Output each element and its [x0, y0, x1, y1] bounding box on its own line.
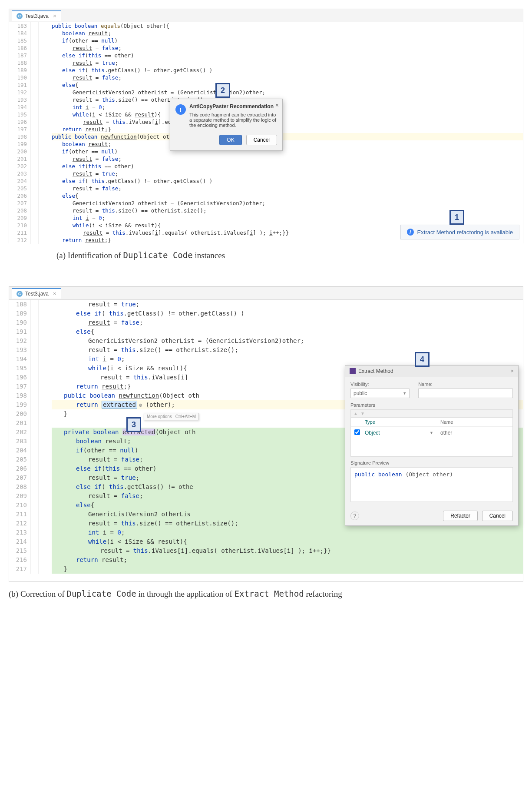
param-name: other	[437, 428, 512, 438]
java-class-icon: C	[17, 291, 23, 297]
callout-4-label: 4	[420, 355, 424, 364]
callout-2-label: 2	[221, 86, 225, 95]
param-type: Object	[365, 430, 380, 436]
ide-window-b: C Test3.java × 1881891901911921931941951…	[9, 286, 523, 582]
name-header: Name	[437, 418, 512, 426]
ok-button[interactable]: OK	[219, 135, 241, 145]
type-header: Type	[361, 418, 437, 426]
intellij-icon	[350, 368, 356, 374]
param-checkbox[interactable]	[354, 429, 360, 435]
extract-dialog-title: Extract Method	[358, 368, 393, 374]
more-options-popup[interactable]: More options Ctrl+Alt+M	[144, 413, 199, 420]
dialog-title: AntiCopyPaster Recommendation	[189, 103, 274, 110]
more-options-shortcut: Ctrl+Alt+M	[175, 414, 196, 419]
callout-3-label: 3	[132, 420, 136, 429]
parameters-label: Parameters	[350, 402, 513, 408]
dialog-body: This code fragment can be extracted into…	[170, 110, 282, 132]
notification-bar[interactable]: i Extract Method refactoring is availabl…	[400, 225, 519, 239]
sig-preview-label: Signature Preview	[350, 460, 513, 465]
gutter: 1881891901911921931941951961971981992002…	[9, 300, 31, 574]
info-icon: i	[407, 229, 414, 236]
param-toolbar: ▲ ▼	[350, 409, 513, 417]
figure-b: C Test3.java × 1881891901911921931941951…	[9, 286, 523, 599]
figure-a: C Test3.java × 1831841851861871881891901…	[9, 9, 523, 260]
caption-b-last: refactoring	[304, 589, 342, 598]
tab-bar: C Test3.java ×	[9, 9, 523, 22]
tab-bar: C Test3.java ×	[9, 287, 523, 300]
name-label: Name:	[418, 382, 513, 387]
info-icon: !	[175, 104, 186, 115]
file-tab[interactable]: C Test3.java ×	[12, 288, 61, 299]
visibility-value: public	[354, 390, 367, 396]
ide-window-a: C Test3.java × 1831841851861871881891901…	[9, 9, 523, 243]
refactor-button[interactable]: Refactor	[443, 511, 477, 521]
caption-a: (a) Identification of Duplicate Code ins…	[9, 250, 523, 260]
chevron-down-icon: ▼	[430, 431, 433, 435]
move-up-icon[interactable]: ▲	[354, 411, 358, 416]
caption-b-mid2: in through the application of	[136, 589, 235, 598]
sig-preview: public boolean (Object other)	[350, 467, 513, 502]
more-options-label: More options	[147, 414, 172, 419]
chevron-down-icon: ▼	[403, 391, 406, 395]
cancel-button[interactable]: Cancel	[482, 511, 513, 521]
callout-3: 3	[126, 417, 141, 432]
java-class-icon: C	[17, 13, 23, 19]
close-icon[interactable]: ×	[275, 102, 279, 109]
caption-b-end: Extract Method	[234, 589, 304, 598]
cancel-button[interactable]: Cancel	[246, 135, 277, 145]
file-tab-label: Test3.java	[25, 291, 49, 297]
name-input[interactable]	[418, 389, 513, 398]
close-icon[interactable]: ×	[53, 13, 56, 19]
visibility-select[interactable]: public ▼	[350, 389, 410, 398]
close-icon[interactable]: ×	[53, 290, 56, 297]
close-icon[interactable]: ×	[511, 368, 514, 374]
caption-b-pre: (b) Correction of	[9, 589, 66, 598]
file-tab[interactable]: C Test3.java ×	[12, 10, 61, 21]
gutter: 1831841851861871881891901911921931941951…	[9, 22, 31, 244]
fold-column	[31, 300, 39, 574]
caption-b-mid: Duplicate Code	[66, 589, 136, 598]
recommendation-dialog: ! × AntiCopyPaster Recommendation This c…	[170, 99, 283, 151]
param-table: Type Name Object ▼ other	[350, 417, 513, 457]
notification-text: Extract Method refactoring is available	[417, 229, 513, 236]
callout-4: 4	[415, 352, 430, 367]
callout-1: 1	[449, 210, 464, 225]
help-button[interactable]: ?	[350, 512, 359, 520]
move-down-icon[interactable]: ▼	[360, 411, 365, 416]
table-row[interactable]: Object ▼ other	[351, 427, 512, 439]
visibility-label: Visibility:	[350, 382, 410, 387]
fold-column	[31, 22, 39, 244]
file-tab-label: Test3.java	[25, 13, 49, 19]
callout-1-label: 1	[455, 213, 459, 222]
caption-b: (b) Correction of Duplicate Code in thro…	[9, 589, 523, 599]
extract-method-dialog: Extract Method × Visibility: public ▼ Na…	[345, 365, 519, 526]
callout-2: 2	[215, 83, 230, 98]
